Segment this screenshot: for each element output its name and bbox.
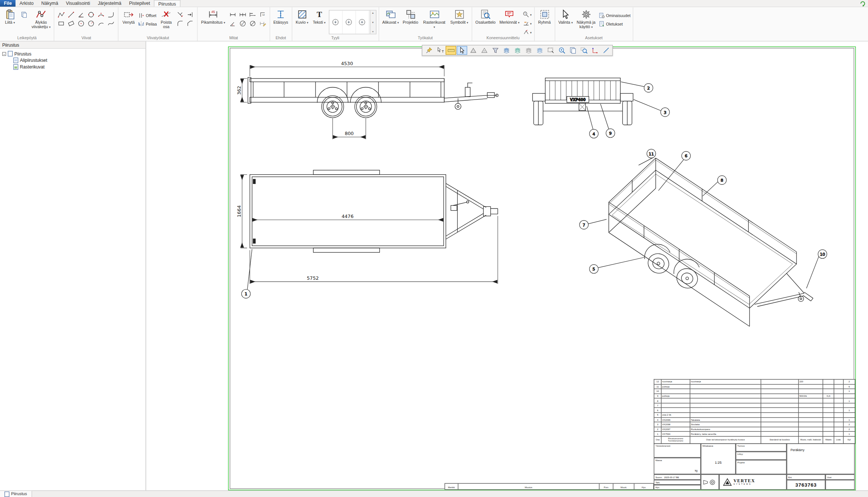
ribbon-button-line[interactable]	[67, 10, 76, 19]
menu-tab-näkymä[interactable]: Näkymä	[37, 0, 62, 7]
ribbon-button-ryhmä[interactable]: Ryhmä	[537, 8, 552, 25]
dimension-bed-width[interactable]: 1664	[236, 205, 242, 217]
layers-teal-tool[interactable]	[512, 46, 523, 55]
drawing-canvas[interactable]: 4530 362 800	[146, 41, 868, 490]
ribbon-button-chamfer[interactable]	[186, 19, 195, 27]
menu-tab-file[interactable]: File	[0, 0, 16, 7]
menu-tab-pistepilvet[interactable]: Pistepilvet	[125, 0, 154, 7]
dimension-overall-length[interactable]: 4530	[341, 61, 353, 66]
gallery-scrollbar[interactable]: ▴▾≡	[370, 10, 375, 34]
ribbon-button-dim-dia[interactable]	[248, 19, 257, 27]
ribbon-button-dim-edit[interactable]	[258, 19, 267, 27]
ribbon-button-dim-h[interactable]	[228, 10, 237, 19]
node-edit-tool[interactable]: T	[434, 46, 445, 55]
menu-tab-piirustus[interactable]: Piirustus	[154, 0, 180, 7]
ribbon-button-teksti[interactable]: TTeksti ▾	[311, 8, 327, 25]
ribbon-button-näkymä-ja-käyttö[interactable]: Näkymä ja käyttö ▾	[575, 8, 597, 30]
ribbon-button-weld-s[interactable]: ▾	[522, 19, 531, 27]
copy-tool[interactable]	[567, 46, 578, 55]
ribbon-button-oletukset[interactable]: Oletukset	[598, 20, 631, 27]
dimension-axle-spacing[interactable]: 800	[345, 131, 354, 136]
tree-item-alipiirustukset[interactable]: Alipiirustukset	[0, 57, 146, 64]
pin-tool[interactable]	[424, 46, 434, 55]
dimension-side-height[interactable]: 362	[236, 86, 242, 95]
dimension-bed-length[interactable]: 4476	[342, 214, 354, 219]
iso-view[interactable]	[609, 158, 813, 326]
balloon-3[interactable]: 3	[634, 100, 670, 117]
menu-tab-järjestelmä[interactable]: Järjestelmä	[94, 0, 125, 7]
tree-item-rasterikuvat[interactable]: Rasterikuvat	[0, 64, 146, 70]
ribbon-button-valinta[interactable]: Valinta ▾	[557, 8, 574, 25]
app-accent-icon[interactable]	[860, 0, 868, 7]
ribbon-button-rasterikuvat[interactable]: Rasterikuvat ▾	[421, 8, 448, 30]
bom-table[interactable]: 12ruuvisarjaruuvisarja220211pultteja6101…	[654, 379, 855, 444]
tri-tool[interactable]	[468, 46, 478, 55]
rear-view[interactable]: VXP400	[533, 78, 633, 125]
tri-hatch-tool[interactable]	[479, 46, 489, 55]
style-gallery-item[interactable]	[356, 10, 369, 34]
balloon-5[interactable]: 5	[590, 257, 644, 273]
side-view[interactable]	[248, 77, 498, 118]
style-gallery-item[interactable]	[343, 10, 356, 34]
style-gallery-item[interactable]	[329, 10, 343, 34]
ribbon-button-pikamitoitus[interactable]: 45Pikamitoitus ▾	[200, 8, 226, 25]
balloon-2[interactable]: 2	[621, 82, 653, 92]
ribbon-button-dim-ang[interactable]	[228, 19, 237, 27]
ribbon-button-trim[interactable]	[176, 10, 185, 19]
ribbon-button-rect[interactable]	[57, 19, 66, 27]
ribbon-button-arc-3pt[interactable]	[97, 10, 106, 19]
balloon-1[interactable]: 1	[241, 249, 252, 298]
ribbon-button-kuvio[interactable]: Kuvio ▾	[294, 8, 310, 25]
zoom-in-tool[interactable]	[556, 46, 567, 55]
ribbon-button-arc[interactable]	[97, 19, 106, 27]
ribbon-button-dim-ord[interactable]: 12	[258, 10, 267, 19]
style-gallery[interactable]: ▴▾≡	[328, 10, 376, 34]
tree-root-piirustus[interactable]: - Piirustus	[0, 50, 146, 57]
ribbon-button-extend[interactable]	[186, 10, 195, 19]
ribbon-button-copy[interactable]	[19, 10, 29, 19]
tree-expander-icon[interactable]: -	[2, 52, 6, 56]
ribbon-button-offset[interactable]: Offset	[138, 12, 157, 19]
filter-tool[interactable]	[490, 46, 500, 55]
ribbon-button-projektio[interactable]: Projektio	[402, 8, 420, 25]
ribbon-button-rect-rot[interactable]	[67, 19, 76, 27]
measure-tool[interactable]	[601, 46, 611, 55]
ribbon-button-line-angle[interactable]	[77, 10, 86, 19]
ribbon-button-balloon-s[interactable]: 1▾	[522, 10, 531, 19]
dimension-total-length[interactable]: 5752	[307, 275, 319, 281]
ribbon-button-dim-base[interactable]	[248, 10, 257, 19]
status-tab-piirustus[interactable]: Piirustus	[0, 491, 32, 497]
layers-gray-tool[interactable]	[523, 46, 534, 55]
ribbon-button-arc-tan[interactable]	[107, 10, 116, 19]
ribbon-button-circle-r[interactable]	[87, 19, 96, 27]
ribbon-button-venytä[interactable]: Venytä	[121, 8, 136, 25]
ribbon-button-ominaisuudet[interactable]: Ominaisuudet	[598, 12, 631, 19]
menu-tab-visualisointi[interactable]: Visualisointi	[62, 0, 94, 7]
quick-measure-tool[interactable]	[445, 46, 456, 55]
menu-tab-arkisto[interactable]: Arkisto	[16, 0, 37, 7]
ribbon-button-merkinnät[interactable]: Merkinnät ▾	[498, 8, 521, 25]
ribbon-button-dim-rad[interactable]: R	[238, 19, 247, 27]
ribbon-button-circle-2pt[interactable]	[87, 10, 96, 19]
ribbon-button-liitä[interactable]: Liitä ▾	[2, 8, 18, 25]
ribbon-button-etäisyys[interactable]: Etäisyys	[272, 8, 289, 25]
zoom-area-tool[interactable]	[578, 46, 589, 55]
ribbon-button-circle[interactable]	[77, 19, 86, 27]
ribbon-button-curve[interactable]	[107, 19, 116, 27]
ribbon-button-fillet[interactable]	[176, 19, 185, 27]
side-view-dimensions[interactable]: 4530 362 800	[236, 61, 444, 140]
select-tool[interactable]	[457, 46, 467, 55]
balloon-10[interactable]: 10	[807, 250, 827, 288]
top-view[interactable]	[250, 170, 498, 252]
marquee-tool[interactable]	[545, 46, 555, 55]
ribbon-button-alikuvat[interactable]: Alikuvat ▾	[381, 8, 400, 25]
ribbon-button-symbolit[interactable]: Symbolit ▾	[449, 8, 469, 25]
drawing-sheet[interactable]: 4530 362 800	[228, 47, 856, 490]
balloon-9[interactable]: 9	[601, 104, 615, 138]
layers-blue-tool[interactable]	[501, 46, 511, 55]
balloon-8[interactable]: 8	[702, 176, 726, 196]
ribbon-button-dim-chain[interactable]	[238, 10, 247, 19]
ribbon-button-poista-osa[interactable]: Poista osa	[158, 8, 174, 30]
ribbon-button-polyline[interactable]	[57, 10, 66, 19]
layers-light-tool[interactable]	[534, 46, 545, 55]
